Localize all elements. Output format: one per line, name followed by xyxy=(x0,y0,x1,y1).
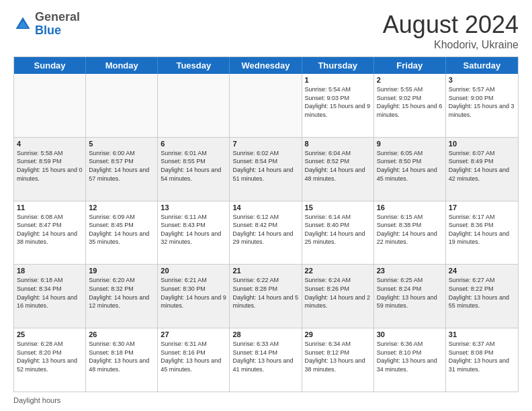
day-info: Sunrise: 6:15 AM Sunset: 8:38 PM Dayligh… xyxy=(377,213,443,246)
day-info: Sunrise: 6:02 AM Sunset: 8:54 PM Dayligh… xyxy=(232,149,298,183)
day-number: 16 xyxy=(377,203,443,212)
day-cell: 9Sunrise: 6:05 AM Sunset: 8:50 PM Daylig… xyxy=(374,138,446,201)
day-cell: 4Sunrise: 5:58 AM Sunset: 8:59 PM Daylig… xyxy=(14,138,86,201)
day-info: Sunrise: 5:58 AM Sunset: 8:59 PM Dayligh… xyxy=(17,149,83,183)
day-number: 4 xyxy=(17,140,83,148)
day-number: 21 xyxy=(232,267,298,275)
day-cell: 26Sunrise: 6:30 AM Sunset: 8:18 PM Dayli… xyxy=(86,328,158,392)
week-row: 1Sunrise: 5:54 AM Sunset: 9:03 PM Daylig… xyxy=(14,74,518,137)
day-cell: 23Sunrise: 6:25 AM Sunset: 8:24 PM Dayli… xyxy=(374,265,446,328)
day-number: 8 xyxy=(305,140,371,148)
header: General Blue August 2024 Khodoriv, Ukrai… xyxy=(13,11,519,51)
logo-icon xyxy=(13,15,32,34)
day-cell: 19Sunrise: 6:20 AM Sunset: 8:32 PM Dayli… xyxy=(86,265,158,328)
day-info: Sunrise: 6:04 AM Sunset: 8:52 PM Dayligh… xyxy=(305,149,371,183)
day-cell: 7Sunrise: 6:02 AM Sunset: 8:54 PM Daylig… xyxy=(230,138,302,201)
day-number: 31 xyxy=(449,330,515,338)
day-header: Thursday xyxy=(302,57,374,74)
day-cell: 6Sunrise: 6:01 AM Sunset: 8:55 PM Daylig… xyxy=(158,138,230,201)
day-info: Sunrise: 6:09 AM Sunset: 8:45 PM Dayligh… xyxy=(89,213,154,246)
day-cell: 21Sunrise: 6:22 AM Sunset: 8:28 PM Dayli… xyxy=(230,265,302,328)
day-info: Sunrise: 6:11 AM Sunset: 8:43 PM Dayligh… xyxy=(161,213,226,246)
day-cell: 14Sunrise: 6:12 AM Sunset: 8:42 PM Dayli… xyxy=(230,201,302,265)
day-cell: 30Sunrise: 6:36 AM Sunset: 8:10 PM Dayli… xyxy=(374,328,446,392)
day-number: 23 xyxy=(377,267,443,275)
day-number: 1 xyxy=(305,76,371,84)
day-number: 19 xyxy=(89,267,154,275)
day-cell: 22Sunrise: 6:24 AM Sunset: 8:26 PM Dayli… xyxy=(302,265,374,328)
day-info: Sunrise: 6:34 AM Sunset: 8:12 PM Dayligh… xyxy=(305,340,371,373)
day-cell: 15Sunrise: 6:14 AM Sunset: 8:40 PM Dayli… xyxy=(302,201,374,265)
day-cell: 20Sunrise: 6:21 AM Sunset: 8:30 PM Dayli… xyxy=(158,265,230,328)
day-cell: 28Sunrise: 6:33 AM Sunset: 8:14 PM Dayli… xyxy=(230,328,302,392)
day-info: Sunrise: 6:18 AM Sunset: 8:34 PM Dayligh… xyxy=(17,276,83,310)
day-cell: 31Sunrise: 6:37 AM Sunset: 8:08 PM Dayli… xyxy=(446,328,518,392)
day-number: 20 xyxy=(161,267,226,275)
day-number: 15 xyxy=(305,203,371,212)
logo: General Blue xyxy=(13,11,80,38)
month-year: August 2024 xyxy=(383,11,519,39)
day-info: Sunrise: 6:27 AM Sunset: 8:22 PM Dayligh… xyxy=(449,276,515,310)
day-cell xyxy=(230,74,302,137)
day-cell: 10Sunrise: 6:07 AM Sunset: 8:49 PM Dayli… xyxy=(446,138,518,201)
day-cell: 24Sunrise: 6:27 AM Sunset: 8:22 PM Dayli… xyxy=(446,265,518,328)
day-cell: 5Sunrise: 6:00 AM Sunset: 8:57 PM Daylig… xyxy=(86,138,158,201)
day-info: Sunrise: 6:33 AM Sunset: 8:14 PM Dayligh… xyxy=(232,340,298,373)
day-cell: 16Sunrise: 6:15 AM Sunset: 8:38 PM Dayli… xyxy=(374,201,446,265)
location: Khodoriv, Ukraine xyxy=(383,39,519,51)
day-number: 28 xyxy=(232,330,298,338)
day-info: Sunrise: 6:25 AM Sunset: 8:24 PM Dayligh… xyxy=(377,276,443,310)
day-header: Tuesday xyxy=(158,57,230,74)
day-info: Sunrise: 6:01 AM Sunset: 8:55 PM Dayligh… xyxy=(161,149,226,183)
week-row: 11Sunrise: 6:08 AM Sunset: 8:47 PM Dayli… xyxy=(14,201,518,265)
day-number: 17 xyxy=(449,203,515,212)
day-info: Sunrise: 6:22 AM Sunset: 8:28 PM Dayligh… xyxy=(232,276,298,310)
day-number: 14 xyxy=(232,203,298,212)
day-info: Sunrise: 6:30 AM Sunset: 8:18 PM Dayligh… xyxy=(89,340,154,373)
day-number: 30 xyxy=(377,330,443,338)
day-info: Sunrise: 6:28 AM Sunset: 8:20 PM Dayligh… xyxy=(17,340,83,373)
page: General Blue August 2024 Khodoriv, Ukrai… xyxy=(0,0,532,411)
day-info: Sunrise: 6:37 AM Sunset: 8:08 PM Dayligh… xyxy=(449,340,515,373)
day-cell: 2Sunrise: 5:55 AM Sunset: 9:02 PM Daylig… xyxy=(374,74,446,137)
day-number: 10 xyxy=(449,140,515,148)
day-header: Friday xyxy=(374,57,446,74)
day-info: Sunrise: 6:24 AM Sunset: 8:26 PM Dayligh… xyxy=(305,276,371,310)
day-header: Saturday xyxy=(446,57,518,74)
day-headers: SundayMondayTuesdayWednesdayThursdayFrid… xyxy=(14,57,518,74)
day-cell: 18Sunrise: 6:18 AM Sunset: 8:34 PM Dayli… xyxy=(14,265,86,328)
day-info: Sunrise: 6:17 AM Sunset: 8:36 PM Dayligh… xyxy=(449,213,515,246)
day-number: 11 xyxy=(17,203,83,212)
day-number: 13 xyxy=(161,203,226,212)
day-number: 18 xyxy=(17,267,83,275)
day-info: Sunrise: 6:14 AM Sunset: 8:40 PM Dayligh… xyxy=(305,213,371,246)
day-info: Sunrise: 6:05 AM Sunset: 8:50 PM Dayligh… xyxy=(377,149,443,183)
week-row: 18Sunrise: 6:18 AM Sunset: 8:34 PM Dayli… xyxy=(14,264,518,328)
day-number: 6 xyxy=(161,140,226,148)
day-number: 22 xyxy=(305,267,371,275)
day-cell: 27Sunrise: 6:31 AM Sunset: 8:16 PM Dayli… xyxy=(158,328,230,392)
day-cell xyxy=(14,74,86,137)
day-number: 2 xyxy=(377,76,443,84)
logo-general: General xyxy=(35,10,80,24)
day-number: 3 xyxy=(449,76,515,84)
day-number: 5 xyxy=(89,140,154,148)
day-cell: 8Sunrise: 6:04 AM Sunset: 8:52 PM Daylig… xyxy=(302,138,374,201)
logo-text: General Blue xyxy=(35,11,80,38)
day-header: Wednesday xyxy=(230,57,302,74)
day-cell: 17Sunrise: 6:17 AM Sunset: 8:36 PM Dayli… xyxy=(446,201,518,265)
day-cell: 13Sunrise: 6:11 AM Sunset: 8:43 PM Dayli… xyxy=(158,201,230,265)
day-cell: 1Sunrise: 5:54 AM Sunset: 9:03 PM Daylig… xyxy=(302,74,374,137)
day-cell xyxy=(158,74,230,137)
day-info: Sunrise: 6:31 AM Sunset: 8:16 PM Dayligh… xyxy=(161,340,226,373)
day-cell: 3Sunrise: 5:57 AM Sunset: 9:00 PM Daylig… xyxy=(446,74,518,137)
day-number: 24 xyxy=(449,267,515,275)
footer: Daylight hours xyxy=(13,396,519,404)
week-row: 4Sunrise: 5:58 AM Sunset: 8:59 PM Daylig… xyxy=(14,137,518,201)
day-info: Sunrise: 5:54 AM Sunset: 9:03 PM Dayligh… xyxy=(305,85,371,119)
day-cell: 25Sunrise: 6:28 AM Sunset: 8:20 PM Dayli… xyxy=(14,328,86,392)
day-info: Sunrise: 6:36 AM Sunset: 8:10 PM Dayligh… xyxy=(377,340,443,373)
day-number: 9 xyxy=(377,140,443,148)
daylight-label: Daylight hours xyxy=(13,396,60,404)
day-number: 26 xyxy=(89,330,154,338)
